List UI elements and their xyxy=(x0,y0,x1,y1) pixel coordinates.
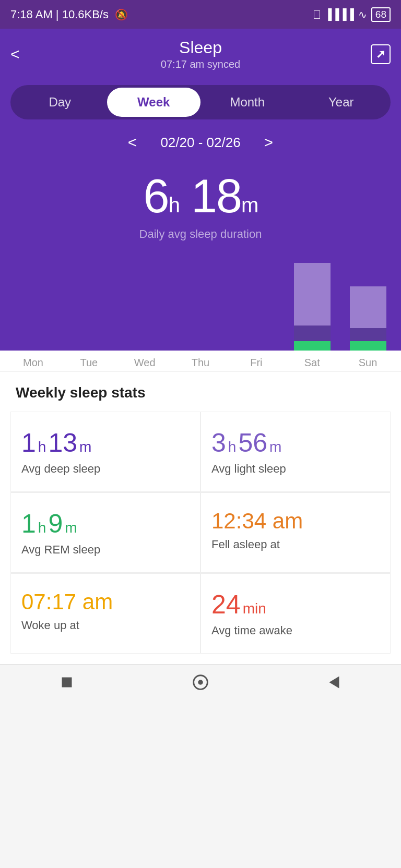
stat-avg-light-sleep: 3 h 56 m Avg light sleep xyxy=(200,412,391,492)
avg-time-awake-label: Avg time awake xyxy=(211,624,380,637)
bar-sat xyxy=(284,257,340,351)
sleep-chart xyxy=(0,257,401,351)
sleep-duration-display: 6h 18m xyxy=(0,170,401,223)
avg-rem-sleep-value: 1 h 9 m xyxy=(21,509,190,539)
light-mins-unit: m xyxy=(269,439,281,455)
day-label-tue: Tue xyxy=(61,357,117,369)
weekly-stats-title: Weekly sleep stats xyxy=(10,372,391,412)
deep-hours-num: 1 xyxy=(21,428,36,458)
status-separator: | xyxy=(56,8,62,21)
day-label-wed: Wed xyxy=(117,357,173,369)
date-range-label: 02/20 - 02/26 xyxy=(160,135,240,151)
next-period-button[interactable]: > xyxy=(256,131,281,154)
day-labels-row: Mon Tue Wed Thu Fri Sat Sun xyxy=(0,351,401,372)
status-time-network: 7:18 AM | 10.6KB/s 🔕 xyxy=(10,8,128,21)
bar-sun xyxy=(340,257,396,351)
day-label-thu: Thu xyxy=(173,357,229,369)
light-mins-num: 56 xyxy=(238,428,267,458)
stat-woke-up: 07:17 am Woke up at xyxy=(10,573,200,654)
stop-icon[interactable] xyxy=(57,672,77,692)
daily-avg-label: Daily avg sleep duration xyxy=(0,227,401,251)
rem-mins-unit: m xyxy=(65,520,77,536)
tab-week[interactable]: Week xyxy=(107,88,201,117)
navigation-bar xyxy=(0,664,401,700)
tab-day[interactable]: Day xyxy=(13,88,107,117)
status-bar: 7:18 AM | 10.6KB/s 🔕 ⎕ ▐▐▐▐ ∿ 68 xyxy=(0,0,401,29)
status-network: 10.6KB/s xyxy=(62,8,109,21)
bar-sun-light xyxy=(350,286,386,328)
avg-light-sleep-value: 3 h 56 m xyxy=(211,428,380,458)
day-label-sun: Sun xyxy=(340,357,396,369)
woke-up-time: 07:17 am xyxy=(21,589,113,614)
bar-sun-deep xyxy=(350,328,386,341)
back-triangle-icon[interactable] xyxy=(324,672,344,692)
fell-asleep-label: Fell asleep at xyxy=(211,538,380,551)
bar-fri xyxy=(228,257,284,351)
home-circle-icon[interactable] xyxy=(191,672,210,692)
mute-icon: 🔕 xyxy=(115,9,128,20)
day-label-mon: Mon xyxy=(5,357,61,369)
bar-wed xyxy=(117,257,173,351)
stats-row-1: 1 h 13 m Avg deep sleep 3 h 56 m Avg lig… xyxy=(10,412,391,492)
avg-deep-sleep-label: Avg deep sleep xyxy=(21,462,190,476)
wifi-icon: ∿ xyxy=(358,8,367,21)
bar-sun-stack xyxy=(350,286,386,351)
status-icons: ⎕ ▐▐▐▐ ∿ 68 xyxy=(314,7,391,22)
awake-num: 24 xyxy=(211,589,241,620)
back-button[interactable]: < xyxy=(10,45,20,63)
bluetooth-icon: ⎕ xyxy=(314,8,320,20)
fell-asleep-time: 12:34 am xyxy=(211,509,303,534)
stats-row-3: 07:17 am Woke up at 24 min Avg time awak… xyxy=(10,573,391,654)
stat-fell-asleep: 12:34 am Fell asleep at xyxy=(200,492,391,573)
stat-avg-rem-sleep: 1 h 9 m Avg REM sleep xyxy=(10,492,200,573)
tab-month[interactable]: Month xyxy=(200,88,294,117)
sleep-duration-section: 6h 18m Daily avg sleep duration xyxy=(0,159,401,257)
svg-point-2 xyxy=(198,680,203,685)
day-label-sat: Sat xyxy=(284,357,340,369)
rem-hours-unit: h xyxy=(38,520,46,536)
prev-period-button[interactable]: < xyxy=(120,131,145,154)
avg-time-awake-value: 24 min xyxy=(211,589,380,620)
stats-row-2: 1 h 9 m Avg REM sleep 12:34 am Fell asle… xyxy=(10,492,391,573)
woke-up-label: Woke up at xyxy=(21,619,190,632)
weekly-stats-card: Weekly sleep stats 1 h 13 m Avg deep sle… xyxy=(0,372,401,664)
signal-icon: ▐▐▐▐ xyxy=(324,8,354,20)
sync-status: 07:17 am synced xyxy=(31,58,370,70)
bar-sat-stack xyxy=(294,263,331,351)
sleep-hours: 6 xyxy=(144,170,169,222)
bar-sat-rem xyxy=(294,341,331,351)
deep-mins-num: 13 xyxy=(48,428,77,458)
minutes-unit: m xyxy=(241,194,257,216)
day-label-fri: Fri xyxy=(228,357,284,369)
svg-marker-3 xyxy=(329,677,339,689)
deep-hours-unit: h xyxy=(38,439,46,455)
sleep-minutes: 18 xyxy=(191,170,241,222)
avg-deep-sleep-value: 1 h 13 m xyxy=(21,428,190,458)
date-navigation: < 02/20 - 02/26 > xyxy=(0,119,401,159)
bar-sun-rem xyxy=(350,341,386,351)
avg-rem-sleep-label: Avg REM sleep xyxy=(21,543,190,557)
status-time: 7:18 AM xyxy=(10,8,53,21)
avg-light-sleep-label: Avg light sleep xyxy=(211,462,380,476)
page-title: Sleep xyxy=(31,38,370,57)
light-hours-num: 3 xyxy=(211,428,226,458)
battery-level: 68 xyxy=(375,9,386,20)
battery-indicator: 68 xyxy=(371,7,391,22)
export-button[interactable]: ➚ xyxy=(371,44,391,64)
svg-rect-0 xyxy=(62,678,72,688)
bar-mon xyxy=(5,257,61,351)
bar-thu xyxy=(173,257,229,351)
tab-year[interactable]: Year xyxy=(294,88,388,117)
rem-mins-num: 9 xyxy=(48,509,63,539)
bar-tue xyxy=(61,257,117,351)
stat-avg-deep-sleep: 1 h 13 m Avg deep sleep xyxy=(10,412,200,492)
light-hours-unit: h xyxy=(228,439,237,455)
rem-hours-num: 1 xyxy=(21,509,36,539)
woke-up-value: 07:17 am xyxy=(21,589,190,614)
awake-unit: min xyxy=(243,600,266,617)
bar-sat-light xyxy=(294,263,331,326)
chart-bars-container xyxy=(0,257,401,351)
tabs-container: Day Week Month Year xyxy=(0,80,401,119)
fell-asleep-value: 12:34 am xyxy=(211,509,380,534)
stat-avg-time-awake: 24 min Avg time awake xyxy=(200,573,391,654)
